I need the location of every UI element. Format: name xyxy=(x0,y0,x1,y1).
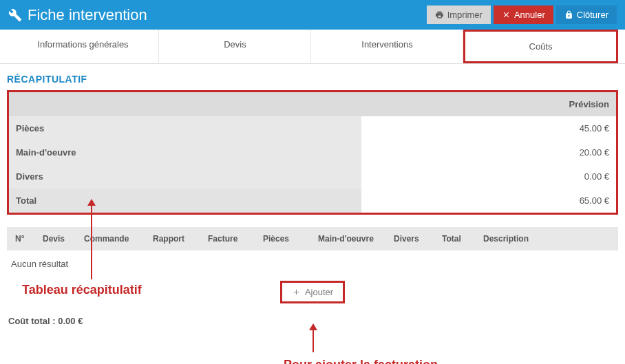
col-description[interactable]: Description xyxy=(479,234,614,244)
tab-couts[interactable]: Coûts xyxy=(463,30,618,63)
header-bar: Fiche intervention Imprimer Annuler Clôt… xyxy=(0,0,625,30)
arrow-up-icon xyxy=(312,325,314,352)
recap-row-value: 45.00 € xyxy=(361,116,616,140)
col-pieces[interactable]: Pièces xyxy=(259,234,314,244)
empty-result: Aucun résultat xyxy=(0,250,625,277)
recap-row-value: 65.00 € xyxy=(361,189,616,213)
col-main[interactable]: Main-d'oeuvre xyxy=(314,234,390,244)
lock-icon xyxy=(564,10,573,19)
page-title: Fiche intervention xyxy=(28,6,424,24)
tab-interventions[interactable]: Interventions xyxy=(311,30,463,63)
recap-row-label: Total xyxy=(9,189,361,213)
wrench-icon xyxy=(8,8,22,22)
col-rapport[interactable]: Rapport xyxy=(149,234,204,244)
cancel-button[interactable]: Annuler xyxy=(494,6,553,24)
tab-devis[interactable]: Devis xyxy=(159,30,311,63)
arrow-up-icon xyxy=(91,200,92,279)
recap-row-value: 20.00 € xyxy=(361,140,616,164)
col-facture[interactable]: Facture xyxy=(204,234,259,244)
annotation-recap: Tableau récapitulatif xyxy=(22,283,625,297)
col-commande[interactable]: Commande xyxy=(80,234,149,244)
printer-icon xyxy=(435,10,444,19)
print-button[interactable]: Imprimer xyxy=(427,6,491,24)
recap-row-label: Divers xyxy=(9,164,361,189)
col-divers[interactable]: Divers xyxy=(390,234,438,244)
recap-row-label: Pièces xyxy=(9,116,361,140)
recap-col-header: Prévision xyxy=(9,92,616,116)
recap-row-label: Main-d'oeuvre xyxy=(9,140,361,164)
col-num[interactable]: N° xyxy=(11,234,39,244)
tab-bar: Informations générales Devis Interventio… xyxy=(0,30,625,64)
close-icon xyxy=(502,10,511,19)
section-title: RÉCAPITULATIF xyxy=(0,64,625,90)
tab-informations[interactable]: Informations générales xyxy=(7,30,159,63)
recap-table: Prévision Pièces45.00 € Main-d'oeuvre20.… xyxy=(7,90,618,215)
col-total[interactable]: Total xyxy=(438,234,479,244)
recap-row-value: 0.00 € xyxy=(361,164,616,189)
annotation-add: Pour ajouter la facturation xyxy=(96,358,625,364)
col-devis[interactable]: Devis xyxy=(39,234,80,244)
columns-header: N° Devis Commande Rapport Facture Pièces… xyxy=(7,227,618,250)
close-button[interactable]: Clôturer xyxy=(556,6,617,24)
